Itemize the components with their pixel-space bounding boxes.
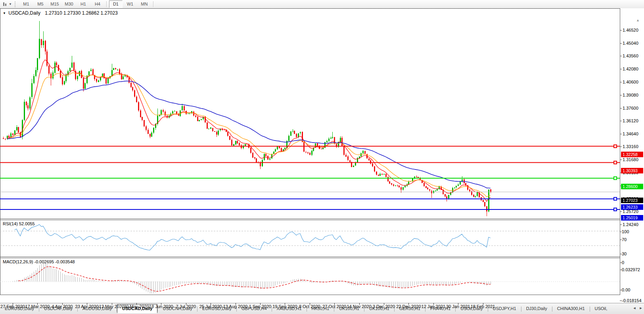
hline-price-label: 1.30393 [621, 168, 643, 173]
price-axis-tick: 1.45040 [623, 40, 644, 46]
toolbar: ▼ M1M5M15M30H1H4D1W1MN [0, 0, 644, 9]
hline-handle[interactable] [614, 198, 617, 200]
rsi-axis-label: 100 [622, 229, 644, 234]
panel-splitter[interactable] [0, 257, 620, 257]
main-chart-canvas[interactable] [0, 9, 620, 219]
hline-price-label: 1.32258 [621, 152, 643, 157]
panel-splitter[interactable] [0, 219, 620, 219]
toolbar-grip [15, 2, 17, 7]
chart-window: ▼ USDCAD,Daily 1.27310 1.27330 1.26862 1… [0, 8, 644, 303]
rsi-axis-label: 0 [622, 260, 644, 265]
chart-right-border [620, 8, 620, 295]
price-axis-tick: 1.37600 [623, 105, 644, 111]
moving-average-line-48[interactable] [7, 81, 491, 188]
hline-handle[interactable] [614, 161, 617, 164]
tab-usoil[interactable]: USOil, [590, 305, 612, 312]
macd-axis-label: 0.00 [622, 287, 644, 292]
price-axis-tick: 1.34640 [623, 131, 644, 137]
macd-panel-canvas[interactable] [0, 258, 620, 295]
price-axis-tick-mark [620, 121, 622, 121]
price-axis-tick-mark [620, 43, 622, 44]
rsi-value: 52.0055 [19, 221, 35, 226]
price-axis-tick-mark [620, 82, 622, 82]
rsi-line [15, 225, 491, 250]
price-axis-tick: 1.46520 [623, 27, 644, 33]
chart-symbol-period: USDCAD,Daily [8, 10, 40, 16]
macd-label: MACD(12,26,9) -0.002695 -0.003548 [3, 259, 75, 264]
current-price-label: 1.27023 [621, 198, 643, 203]
timeframe-button-h1[interactable]: H1 [77, 0, 90, 8]
hline-handle[interactable] [614, 208, 617, 211]
price-axis-tick: 1.31680 [623, 157, 644, 162]
toolbar-separator [106, 1, 107, 7]
price-axis-tick: 1.40600 [623, 79, 644, 85]
tab-china300-h1[interactable]: CHINA300,H1 [552, 305, 590, 312]
hline-price-label: 1.28600 [621, 184, 643, 189]
price-axis-tick: 1.36120 [623, 118, 644, 124]
price-axis-tick-mark [620, 95, 622, 95]
price-axis-tick: 1.42080 [623, 66, 644, 72]
price-axis-tick: 1.39080 [623, 92, 644, 98]
timeframe-button-m30[interactable]: M30 [62, 0, 76, 8]
timeframe-button-h4[interactable]: H4 [91, 0, 104, 8]
timeframe-button-d1[interactable]: D1 [109, 0, 123, 8]
price-axis-tick-mark [620, 147, 622, 147]
timeframe-button-m5[interactable]: M5 [34, 0, 47, 8]
price-axis-tick-mark [620, 56, 622, 56]
hline-price-label: 1.26233 [621, 204, 643, 210]
tab-dj30-daily[interactable]: DJ30,Daily [521, 305, 552, 312]
chart-type-icon[interactable] [2, 1, 9, 7]
timeframe-button-mn[interactable]: MN [138, 0, 151, 8]
timeframe-button-w1[interactable]: W1 [123, 0, 137, 8]
toolbar-separator [153, 1, 154, 7]
timeframe-button-m15[interactable]: M15 [48, 0, 61, 8]
price-axis-tick-mark [620, 211, 622, 212]
rsi-panel-canvas[interactable] [0, 220, 620, 257]
price-axis-tick: 1.33160 [623, 144, 644, 149]
rsi-axis-label: 70 [622, 237, 644, 242]
candlestick-series [3, 21, 491, 216]
macd-axis-label: 0.032972 [622, 267, 644, 272]
chart-title: ▼ USDCAD,Daily 1.27310 1.27330 1.26862 1… [3, 10, 118, 16]
macd-values: -0.002695 -0.003548 [34, 259, 75, 264]
macd-histogram [13, 263, 491, 293]
macd-axis-label: -0.018154 [622, 298, 644, 303]
chart-ohlc-values: 1.27310 1.27330 1.26862 1.27023 [45, 10, 118, 16]
timeframe-button-group: M1M5M15M30H1H4D1W1MN [19, 0, 155, 8]
chart-bottom-border [0, 295, 620, 295]
tabs-scroll-right-button[interactable]: ► [638, 306, 643, 310]
rsi-axis-label: 30 [622, 251, 644, 256]
hline-handle[interactable] [614, 145, 617, 148]
date-axis-label: 18 Feb 2021 [467, 304, 499, 309]
moving-average-line-8[interactable] [7, 60, 491, 202]
chart-shift-marker-icon: ▲ [636, 18, 640, 22]
rsi-label: RSI(14) 52.0055 [3, 221, 35, 226]
price-axis-tick-mark [620, 134, 622, 134]
price-axis-tick: 1.24240 [623, 222, 644, 227]
price-axis-tick-mark [620, 69, 622, 69]
timeframe-button-m1[interactable]: M1 [19, 0, 33, 8]
dropdown-caret-icon[interactable]: ▼ [9, 2, 12, 6]
price-axis-tick-mark [620, 30, 622, 30]
hline-price-label: 1.25019 [621, 215, 643, 221]
trading-app-window: ▼ M1M5M15M30H1H4D1W1MN ▼ USDCAD,Daily 1.… [0, 0, 644, 314]
title-marker-icon[interactable]: ▼ [3, 11, 6, 15]
hline-handle[interactable] [614, 177, 617, 179]
price-axis-tick-mark [620, 225, 622, 225]
price-axis-tick-mark [620, 108, 622, 108]
tabs-scroll-left-button[interactable]: ◄ [632, 306, 637, 310]
price-axis-tick-mark [620, 160, 622, 160]
price-axis-tick: 1.43560 [623, 53, 644, 59]
